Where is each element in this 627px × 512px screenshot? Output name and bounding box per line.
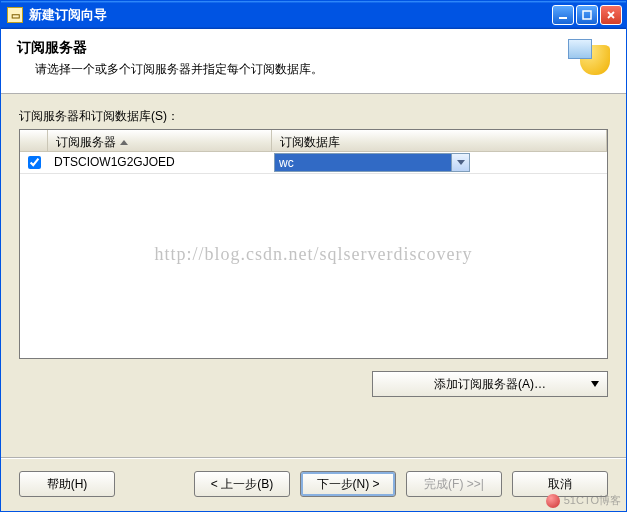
svg-rect-0	[559, 17, 567, 19]
row-server-cell[interactable]: DTSCIOW1G2GJOED	[48, 152, 272, 173]
grid-label: 订阅服务器和订阅数据库(S)：	[19, 108, 608, 125]
app-icon: ▭	[7, 7, 23, 23]
table-row[interactable]: DTSCIOW1G2GJOED wc	[20, 152, 607, 174]
add-subscriber-button[interactable]: 添加订阅服务器(A)…	[372, 371, 608, 397]
subscriber-grid: 订阅服务器 订阅数据库 DTSCIOW1G2GJOED wc	[19, 129, 608, 359]
row-database-combo[interactable]: wc	[274, 153, 470, 172]
add-subscriber-label: 添加订阅服务器(A)…	[434, 376, 546, 393]
column-server-label: 订阅服务器	[56, 134, 116, 151]
column-database[interactable]: 订阅数据库	[272, 130, 607, 151]
help-button[interactable]: 帮助(H)	[19, 471, 115, 497]
sort-asc-icon	[120, 140, 128, 145]
watermark-text: http://blog.csdn.net/sqlserverdiscovery	[20, 244, 607, 265]
header-icon	[568, 39, 610, 81]
header-subtitle: 请选择一个或多个订阅服务器并指定每个订阅数据库。	[35, 61, 556, 78]
titlebar: ▭ 新建订阅向导	[1, 1, 626, 29]
close-button[interactable]	[600, 5, 622, 25]
content-area: 订阅服务器和订阅数据库(S)： 订阅服务器 订阅数据库 DTSCIOW1G2GJ…	[1, 94, 626, 457]
header-title: 订阅服务器	[17, 39, 556, 57]
wizard-window: ▭ 新建订阅向导 订阅服务器 请选择一个或多个订阅服务器并指定每个订阅数据库。 …	[0, 0, 627, 512]
column-database-label: 订阅数据库	[280, 134, 340, 151]
column-server[interactable]: 订阅服务器	[48, 130, 272, 151]
maximize-button[interactable]	[576, 5, 598, 25]
row-database-value: wc	[279, 156, 294, 170]
column-checkbox[interactable]	[20, 130, 48, 151]
back-button[interactable]: < 上一步(B)	[194, 471, 290, 497]
wizard-footer: 帮助(H) < 上一步(B) 下一步(N) > 完成(F) >>| 取消	[1, 459, 626, 511]
wizard-header: 订阅服务器 请选择一个或多个订阅服务器并指定每个订阅数据库。	[1, 29, 626, 94]
minimize-button[interactable]	[552, 5, 574, 25]
finish-button: 完成(F) >>|	[406, 471, 502, 497]
svg-rect-1	[583, 11, 591, 19]
chevron-down-icon[interactable]	[451, 154, 469, 171]
window-title: 新建订阅向导	[29, 6, 550, 24]
next-button[interactable]: 下一步(N) >	[300, 471, 396, 497]
grid-header: 订阅服务器 订阅数据库	[20, 130, 607, 152]
cancel-button[interactable]: 取消	[512, 471, 608, 497]
row-checkbox[interactable]	[28, 156, 41, 169]
